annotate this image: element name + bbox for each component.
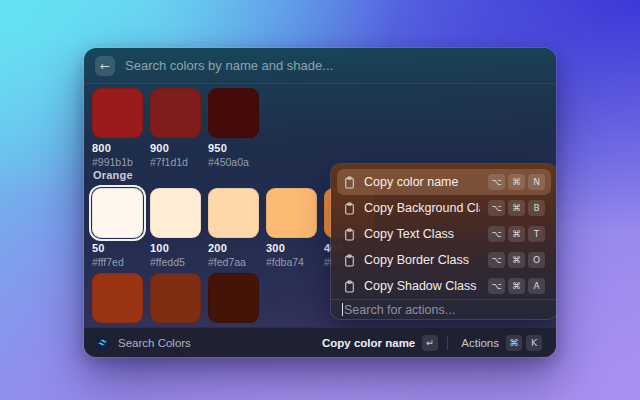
color-cell: 950#450a0a <box>208 88 259 168</box>
action-menu: Copy color name⌥⌘NCopy Background Class⌥… <box>331 164 556 299</box>
clipboard-icon <box>343 254 356 267</box>
keycap: ⌘ <box>508 278 525 294</box>
color-swatch[interactable] <box>208 188 259 238</box>
clipboard-icon <box>343 202 356 215</box>
menu-item-copy-border-class[interactable]: Copy Border Class⌥⌘O <box>337 247 551 273</box>
red-shade-row: 800#991b1b900#7f1d1d950#450a0a <box>92 88 266 168</box>
keycap: ⌥ <box>488 226 505 242</box>
shade-label: 300 <box>266 242 317 254</box>
keycap: ⌥ <box>488 200 505 216</box>
hex-label: #fdba74 <box>266 256 317 268</box>
menu-item-copy-shadow-class[interactable]: Copy Shadow Class⌥⌘A <box>337 273 551 299</box>
color-cell: 800#991b1b <box>92 88 143 168</box>
status-bar: Search Colors Copy color name ↵ Actions … <box>84 327 556 357</box>
keycap: A <box>528 278 545 294</box>
hex-label: #7f1d1d <box>150 156 201 168</box>
color-cell: 50#fff7ed <box>92 188 143 268</box>
keycap: N <box>528 174 545 190</box>
menu-item-copy-background-class[interactable]: Copy Background Class⌥⌘B <box>337 195 551 221</box>
menu-item-label: Copy Text Class <box>364 227 480 241</box>
keycap: ⌘ <box>508 200 525 216</box>
clipboard-icon <box>343 176 356 189</box>
back-button[interactable]: ← <box>95 56 115 76</box>
keycap: ⌘ <box>508 174 525 190</box>
color-cell <box>208 273 259 323</box>
shade-label: 100 <box>150 242 201 254</box>
primary-action-label[interactable]: Copy color name <box>322 337 415 349</box>
shortcut-keys: ⌥⌘A <box>488 278 545 294</box>
color-swatch[interactable] <box>150 273 201 323</box>
shade-label: 50 <box>92 242 143 254</box>
hex-label: #fed7aa <box>208 256 259 268</box>
hex-label: #ffedd5 <box>150 256 201 268</box>
shortcut-keys: ⌥⌘O <box>488 252 545 268</box>
text-caret <box>342 303 343 316</box>
shade-label: 950 <box>208 142 259 154</box>
keycap: B <box>528 200 545 216</box>
keycap: ⌥ <box>488 252 505 268</box>
statusbar-divider <box>447 336 448 350</box>
color-swatch[interactable] <box>92 88 143 138</box>
color-swatch[interactable] <box>92 188 143 238</box>
color-cell <box>150 273 201 323</box>
color-cell <box>92 273 143 323</box>
color-cell: 200#fed7aa <box>208 188 259 268</box>
color-cell: 100#ffedd5 <box>150 188 201 268</box>
color-cell: 900#7f1d1d <box>150 88 201 168</box>
section-title-orange: Orange <box>93 169 133 181</box>
shade-label: 800 <box>92 142 143 154</box>
color-swatch[interactable] <box>266 188 317 238</box>
enter-key-icon: ↵ <box>422 335 438 351</box>
keycap: ⌘ <box>508 226 525 242</box>
clipboard-icon <box>343 280 356 293</box>
action-search[interactable]: Search for actions... <box>331 299 556 319</box>
action-panel: Copy color name⌥⌘NCopy Background Class⌥… <box>331 164 556 319</box>
color-swatch[interactable] <box>150 188 201 238</box>
keycap: ⌘ <box>508 252 525 268</box>
menu-item-label: Copy Border Class <box>364 253 480 267</box>
color-swatch[interactable] <box>92 273 143 323</box>
actions-button[interactable]: Actions ⌘ K <box>457 332 546 354</box>
shade-label: 200 <box>208 242 259 254</box>
tailwind-logo-icon <box>94 335 110 351</box>
color-search-input[interactable] <box>125 58 545 73</box>
hex-label: #fff7ed <box>92 256 143 268</box>
action-search-placeholder: Search for actions... <box>344 303 455 317</box>
command-key-icon: ⌘ <box>506 335 522 351</box>
actions-button-label: Actions <box>461 337 499 349</box>
k-key-icon: K <box>526 335 542 351</box>
keycap: ⌥ <box>488 174 505 190</box>
search-colors-window: ← 800#991b1b900#7f1d1d950#450a0a Orange … <box>84 48 556 357</box>
menu-item-label: Copy Shadow Class <box>364 279 480 293</box>
shortcut-keys: ⌥⌘T <box>488 226 545 242</box>
shade-label: 900 <box>150 142 201 154</box>
color-swatch[interactable] <box>150 88 201 138</box>
hex-label: #991b1b <box>92 156 143 168</box>
orange-dark-shade-row <box>92 273 266 323</box>
color-cell: 300#fdba74 <box>266 188 317 268</box>
color-swatch[interactable] <box>208 273 259 323</box>
menu-item-copy-color-name[interactable]: Copy color name⌥⌘N <box>337 169 551 195</box>
menu-item-copy-text-class[interactable]: Copy Text Class⌥⌘T <box>337 221 551 247</box>
color-swatch[interactable] <box>208 88 259 138</box>
menu-item-label: Copy Background Class <box>364 201 480 215</box>
shortcut-keys: ⌥⌘N <box>488 174 545 190</box>
keycap: T <box>528 226 545 242</box>
hex-label: #450a0a <box>208 156 259 168</box>
search-bar: ← <box>84 48 556 84</box>
shortcut-keys: ⌥⌘B <box>488 200 545 216</box>
keycap: ⌥ <box>488 278 505 294</box>
clipboard-icon <box>343 228 356 241</box>
app-name: Search Colors <box>118 337 191 349</box>
keycap: O <box>528 252 545 268</box>
menu-item-label: Copy color name <box>364 175 480 189</box>
